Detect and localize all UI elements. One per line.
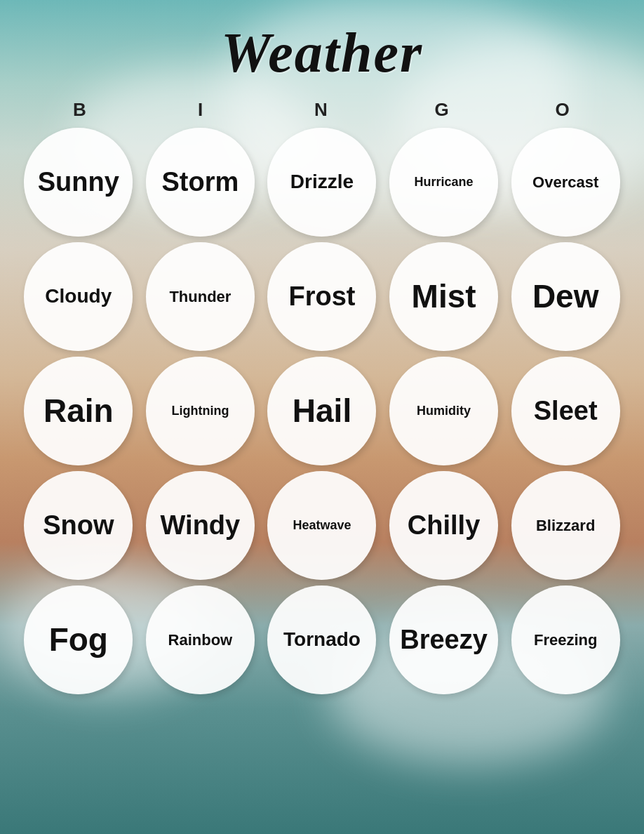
- bingo-cell-frost[interactable]: Frost: [267, 242, 376, 351]
- bingo-row-0: SunnyStormDrizzleHurricaneOvercast: [20, 128, 624, 237]
- bingo-cell-heatwave[interactable]: Heatwave: [267, 471, 376, 580]
- page-content: Weather BINGO SunnyStormDrizzleHurricane…: [0, 0, 644, 834]
- bingo-cell-rain[interactable]: Rain: [24, 357, 133, 465]
- bingo-letter-b: B: [25, 99, 137, 121]
- bingo-cell-sleet[interactable]: Sleet: [511, 357, 620, 465]
- bingo-cell-snow[interactable]: Snow: [24, 471, 133, 580]
- bingo-cell-thunder[interactable]: Thunder: [146, 242, 255, 351]
- bingo-cell-cloudy[interactable]: Cloudy: [24, 242, 133, 351]
- bingo-cell-breezy[interactable]: Breezy: [389, 585, 498, 694]
- bingo-cell-chilly[interactable]: Chilly: [389, 471, 498, 580]
- bingo-letter-o: O: [507, 99, 619, 121]
- bingo-row-3: SnowWindyHeatwaveChillyBlizzard: [20, 471, 624, 580]
- bingo-cell-lightning[interactable]: Lightning: [146, 357, 255, 465]
- bingo-cell-fog[interactable]: Fog: [24, 585, 133, 694]
- bingo-cell-windy[interactable]: Windy: [146, 471, 255, 580]
- bingo-cell-blizzard[interactable]: Blizzard: [511, 471, 620, 580]
- bingo-cell-freezing[interactable]: Freezing: [511, 585, 620, 694]
- bingo-letter-n: N: [266, 99, 378, 121]
- bingo-cell-hurricane[interactable]: Hurricane: [389, 128, 498, 237]
- bingo-grid: SunnyStormDrizzleHurricaneOvercastCloudy…: [20, 128, 624, 694]
- bingo-row-2: RainLightningHailHumiditySleet: [20, 357, 624, 465]
- bingo-cell-mist[interactable]: Mist: [389, 242, 498, 351]
- bingo-cell-dew[interactable]: Dew: [511, 242, 620, 351]
- bingo-letter-i: I: [145, 99, 257, 121]
- bingo-cell-humidity[interactable]: Humidity: [389, 357, 498, 465]
- bingo-cell-rainbow[interactable]: Rainbow: [146, 585, 255, 694]
- background: Weather BINGO SunnyStormDrizzleHurricane…: [0, 0, 644, 834]
- bingo-letter-g: G: [387, 99, 499, 121]
- bingo-cell-sunny[interactable]: Sunny: [24, 128, 133, 237]
- bingo-cell-hail[interactable]: Hail: [267, 357, 376, 465]
- bingo-cell-drizzle[interactable]: Drizzle: [267, 128, 376, 237]
- bingo-row-1: CloudyThunderFrostMistDew: [20, 242, 624, 351]
- bingo-cell-storm[interactable]: Storm: [146, 128, 255, 237]
- bingo-cell-tornado[interactable]: Tornado: [267, 585, 376, 694]
- page-title: Weather: [221, 21, 423, 85]
- bingo-header: BINGO: [20, 99, 624, 121]
- bingo-cell-overcast[interactable]: Overcast: [511, 128, 620, 237]
- bingo-row-4: FogRainbowTornadoBreezyFreezing: [20, 585, 624, 694]
